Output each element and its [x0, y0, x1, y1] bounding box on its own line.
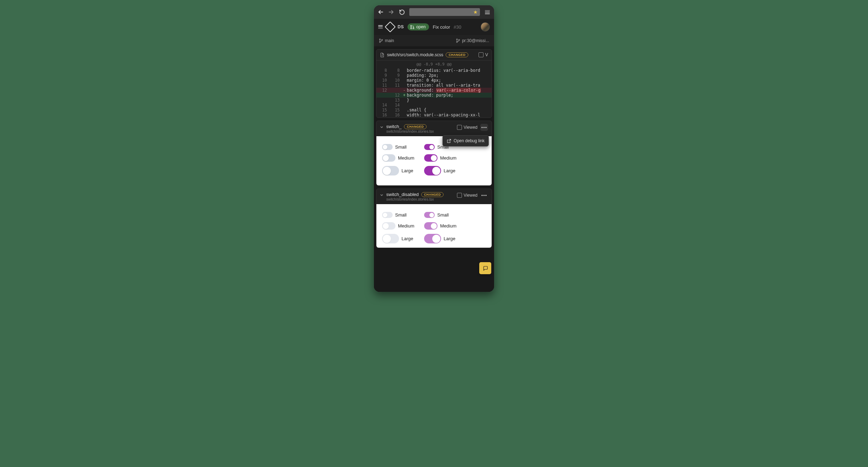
switch-label: Medium	[398, 155, 414, 161]
switch-label: Medium	[440, 155, 456, 161]
diff-line[interactable]: 1515.small {	[376, 108, 492, 113]
diff-line[interactable]: 99 padding: 2px;	[376, 73, 492, 78]
code-text: transition: all var(--aria-tra	[407, 83, 480, 88]
switch-label: Large	[444, 236, 455, 241]
chevron-down-icon[interactable]	[380, 193, 383, 197]
switch-large-on[interactable]	[424, 166, 441, 175]
line-old: 12	[376, 88, 389, 93]
bookmark-star-icon[interactable]: ★	[473, 9, 478, 15]
viewed-checkbox[interactable]: V	[479, 52, 488, 57]
svg-point-7	[382, 39, 383, 40]
project-label[interactable]: DS	[398, 24, 404, 29]
line-new: 8	[389, 68, 402, 73]
compare-branch[interactable]: pr:30@missi...	[456, 38, 489, 43]
menu-item-open-debug[interactable]: Open debug link	[454, 138, 485, 143]
line-new: 10	[389, 78, 402, 83]
switch-label: Medium	[440, 223, 456, 229]
code-text: border-radius: var(--aria-bord	[407, 68, 480, 73]
viewed-checkbox[interactable]: Viewed	[457, 193, 477, 198]
app-menu-button[interactable]	[378, 25, 383, 29]
diff-sign	[402, 98, 407, 103]
diff-panel: switch/src/switch.module.scss CHANGED V …	[376, 49, 492, 118]
story-panel-switch: switch_ CHANGED switch/stories/index.sto…	[376, 121, 492, 186]
line-new: 13	[389, 98, 402, 103]
switch-small-on-disabled	[424, 212, 435, 218]
checkbox-icon	[479, 52, 483, 57]
svg-point-3	[410, 28, 411, 29]
diff-line[interactable]: 1616 width: var(--aria-spacing-xx-l	[376, 113, 492, 117]
story-header[interactable]: switch_disabled CHANGED switch/stories/i…	[376, 189, 492, 204]
code-text: background: purple;	[407, 93, 453, 98]
pr-status-pill[interactable]: open	[407, 23, 429, 30]
line-new: 16	[389, 113, 402, 117]
switch-small-off-disabled	[382, 212, 393, 218]
story-title: switch_disabled	[386, 192, 419, 197]
comment-fab[interactable]	[479, 262, 491, 274]
main-scroll-area[interactable]: switch/src/switch.module.scss CHANGED V …	[374, 46, 494, 292]
changed-badge: CHANGED	[421, 192, 444, 197]
diff-body: @@ -8,9 +8,9 @@ 88 border-radius: var(--…	[376, 60, 492, 117]
story-panel-switch-disabled: switch_disabled CHANGED switch/stories/i…	[376, 189, 492, 248]
code-text: width: var(--aria-spacing-xx-l	[407, 113, 480, 117]
switch-medium-off[interactable]	[382, 154, 395, 162]
line-new: 15	[389, 108, 402, 113]
chevron-down-icon[interactable]	[380, 125, 383, 129]
diff-line[interactable]: 88 border-radius: var(--aria-bord	[376, 68, 492, 73]
context-menu: Open debug link	[442, 135, 489, 146]
user-avatar[interactable]	[481, 22, 490, 31]
svg-point-4	[413, 28, 414, 29]
switch-large-off[interactable]	[382, 166, 399, 175]
switch-large-on-disabled	[424, 234, 441, 243]
url-bar[interactable]: ★	[409, 8, 480, 16]
reload-button[interactable]	[399, 9, 405, 15]
diff-line[interactable]: 12+ background: purple;	[376, 93, 492, 98]
line-new	[389, 88, 402, 93]
changed-badge: CHANGED	[446, 52, 468, 57]
diff-sign	[402, 68, 407, 73]
line-new: 11	[389, 83, 402, 88]
diff-line[interactable]: 1111 transition: all var(--aria-tra	[376, 83, 492, 88]
app-logo-icon[interactable]	[385, 21, 395, 32]
code-text: .small {	[407, 108, 426, 113]
viewed-checkbox[interactable]: Viewed	[457, 125, 477, 130]
browser-chrome: ★	[374, 5, 494, 19]
line-old: 14	[376, 103, 389, 108]
comment-icon	[482, 265, 488, 271]
story-header[interactable]: switch_ CHANGED switch/stories/index.sto…	[376, 121, 492, 136]
story-title: switch_	[386, 124, 401, 129]
diff-line[interactable]: 1010 margin: 0 4px;	[376, 78, 492, 83]
diff-line[interactable]: 13}	[376, 98, 492, 103]
diff-sign: +	[402, 93, 407, 98]
diff-line[interactable]: 12- background: var(--aria-color-g	[376, 88, 492, 93]
file-header[interactable]: switch/src/switch.module.scss CHANGED V	[376, 50, 492, 60]
switch-medium-off-disabled	[382, 222, 395, 230]
diff-rows: 88 border-radius: var(--aria-bord99 padd…	[376, 68, 492, 117]
story-preview: Small Medium Large Small Medium Large	[376, 204, 492, 248]
pr-title[interactable]: Fix color	[433, 24, 450, 30]
switch-medium-on[interactable]	[424, 154, 438, 162]
more-menu-button[interactable]: •••	[480, 124, 488, 131]
switch-column-off-disabled: Small Medium Large	[382, 212, 414, 243]
story-subpath: switch/stories/index.stories.tsx	[386, 197, 444, 201]
switch-label: Large	[401, 236, 413, 241]
switch-column-on-disabled: Small Medium Large	[424, 212, 456, 243]
switch-medium-on-disabled	[424, 222, 438, 230]
checkbox-icon	[457, 193, 462, 198]
diff-line[interactable]: 1414	[376, 103, 492, 108]
code-text: padding: 2px;	[407, 73, 439, 78]
base-branch[interactable]: main	[379, 38, 394, 43]
svg-point-6	[380, 41, 381, 42]
switch-label: Large	[444, 168, 455, 173]
more-menu-button[interactable]: •••	[480, 192, 488, 199]
forward-button[interactable]	[388, 9, 394, 15]
switch-column-on: Small Medium Large	[424, 144, 456, 175]
pr-number: #30	[454, 24, 462, 30]
viewed-label: Viewed	[464, 125, 477, 130]
changed-badge: CHANGED	[404, 124, 427, 129]
switch-column-off: Small Medium Large	[382, 144, 414, 175]
switch-small-on[interactable]	[424, 144, 435, 150]
browser-menu-button[interactable]	[484, 9, 491, 15]
line-new: 12	[389, 93, 402, 98]
switch-small-off[interactable]	[382, 144, 393, 150]
back-button[interactable]	[377, 9, 384, 15]
